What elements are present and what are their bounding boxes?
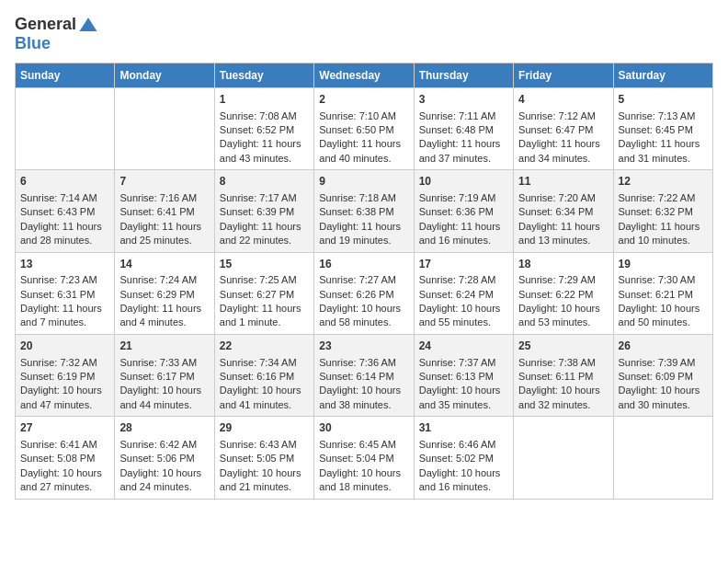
day-info: Sunrise: 7:16 AM <box>119 191 209 205</box>
day-info: Sunset: 6:38 PM <box>319 205 408 219</box>
day-info: Daylight: 11 hours and 34 minutes. <box>518 137 608 166</box>
day-info: Daylight: 11 hours and 16 minutes. <box>419 220 508 248</box>
day-number: 13 <box>20 257 109 272</box>
day-info: Sunset: 6:26 PM <box>319 288 408 302</box>
calendar-cell: 1Sunrise: 7:08 AMSunset: 6:52 PMDaylight… <box>214 87 313 169</box>
day-info: Sunset: 5:02 PM <box>419 452 508 465</box>
day-number: 24 <box>419 339 508 354</box>
calendar-cell: 6Sunrise: 7:14 AMSunset: 6:43 PMDaylight… <box>16 170 115 252</box>
day-info: Sunrise: 7:37 AM <box>419 356 508 370</box>
day-number: 5 <box>619 92 708 108</box>
day-info: Sunset: 6:47 PM <box>518 123 608 137</box>
day-info: Sunrise: 7:13 AM <box>619 109 708 123</box>
calendar-cell: 21Sunrise: 7:33 AMSunset: 6:17 PMDayligh… <box>115 334 214 416</box>
day-info: Daylight: 10 hours and 38 minutes. <box>319 384 408 412</box>
day-info: Sunset: 6:21 PM <box>619 288 708 302</box>
day-info: Daylight: 11 hours and 13 minutes. <box>518 220 608 248</box>
day-info: Daylight: 11 hours and 43 minutes. <box>220 137 309 166</box>
day-number: 21 <box>119 339 209 354</box>
day-info: Daylight: 10 hours and 47 minutes. <box>20 384 109 412</box>
calendar-cell <box>115 87 214 169</box>
day-info: Daylight: 11 hours and 10 minutes. <box>619 220 708 248</box>
day-number: 17 <box>419 257 508 272</box>
day-info: Sunrise: 7:29 AM <box>518 273 608 287</box>
calendar-table: SundayMondayTuesdayWednesdayThursdayFrid… <box>15 63 713 500</box>
day-info: Sunrise: 7:20 AM <box>518 191 608 205</box>
day-info: Daylight: 11 hours and 37 minutes. <box>419 137 508 166</box>
day-number: 27 <box>20 420 109 436</box>
day-info: Daylight: 10 hours and 35 minutes. <box>419 384 508 412</box>
day-number: 31 <box>419 420 508 436</box>
calendar-cell: 12Sunrise: 7:22 AMSunset: 6:32 PMDayligh… <box>613 170 712 252</box>
day-info: Sunrise: 7:17 AM <box>220 191 309 205</box>
day-number: 23 <box>319 339 408 354</box>
day-number: 16 <box>319 257 408 272</box>
calendar-cell: 18Sunrise: 7:29 AMSunset: 6:22 PMDayligh… <box>514 252 613 334</box>
day-info: Sunset: 6:48 PM <box>419 123 508 137</box>
calendar-cell: 28Sunrise: 6:42 AMSunset: 5:06 PMDayligh… <box>115 417 214 499</box>
day-info: Daylight: 10 hours and 58 minutes. <box>319 302 408 330</box>
day-info: Sunrise: 7:25 AM <box>220 273 309 287</box>
day-number: 19 <box>619 257 708 272</box>
day-info: Sunset: 6:34 PM <box>518 205 608 219</box>
day-info: Sunrise: 7:23 AM <box>20 273 109 287</box>
day-number: 4 <box>518 92 608 108</box>
day-info: Sunset: 6:22 PM <box>518 288 608 302</box>
day-info: Sunrise: 7:33 AM <box>119 356 209 370</box>
day-info: Sunset: 6:19 PM <box>20 370 109 384</box>
day-number: 15 <box>220 257 309 272</box>
day-info: Daylight: 11 hours and 22 minutes. <box>220 220 309 248</box>
day-info: Daylight: 10 hours and 16 minutes. <box>419 466 508 495</box>
day-info: Sunrise: 6:42 AM <box>119 438 209 452</box>
day-info: Sunrise: 6:46 AM <box>419 438 508 452</box>
calendar-cell <box>514 417 613 499</box>
day-info: Sunset: 6:31 PM <box>20 288 109 302</box>
day-number: 2 <box>319 92 408 108</box>
day-info: Sunset: 5:04 PM <box>319 452 408 465</box>
calendar-cell: 2Sunrise: 7:10 AMSunset: 6:50 PMDaylight… <box>314 87 414 169</box>
day-info: Sunrise: 7:38 AM <box>518 356 608 370</box>
calendar-cell: 24Sunrise: 7:37 AMSunset: 6:13 PMDayligh… <box>414 334 513 416</box>
day-info: Sunrise: 7:14 AM <box>20 191 109 205</box>
day-info: Sunrise: 7:27 AM <box>319 273 408 287</box>
logo: GeneralBlue <box>15 15 98 53</box>
day-info: Daylight: 11 hours and 4 minutes. <box>119 302 209 330</box>
calendar-cell: 10Sunrise: 7:19 AMSunset: 6:36 PMDayligh… <box>414 170 513 252</box>
day-info: Sunrise: 7:10 AM <box>319 109 408 123</box>
day-info: Sunset: 6:13 PM <box>419 370 508 384</box>
day-info: Daylight: 10 hours and 44 minutes. <box>119 384 209 412</box>
day-info: Daylight: 10 hours and 24 minutes. <box>119 466 209 495</box>
day-number: 6 <box>20 174 109 190</box>
day-info: Sunrise: 6:43 AM <box>220 438 309 452</box>
day-info: Sunrise: 7:28 AM <box>419 273 508 287</box>
day-info: Daylight: 11 hours and 25 minutes. <box>119 220 209 248</box>
day-header-wednesday: Wednesday <box>314 63 414 87</box>
calendar-cell: 5Sunrise: 7:13 AMSunset: 6:45 PMDaylight… <box>613 87 712 169</box>
day-info: Sunrise: 7:34 AM <box>220 356 309 370</box>
calendar-cell: 16Sunrise: 7:27 AMSunset: 6:26 PMDayligh… <box>314 252 414 334</box>
day-info: Sunset: 6:16 PM <box>220 370 309 384</box>
day-info: Sunset: 6:39 PM <box>220 205 309 219</box>
calendar-cell: 25Sunrise: 7:38 AMSunset: 6:11 PMDayligh… <box>514 334 613 416</box>
day-info: Sunrise: 7:36 AM <box>319 356 408 370</box>
day-info: Sunrise: 6:41 AM <box>20 438 109 452</box>
day-info: Sunset: 6:43 PM <box>20 205 109 219</box>
calendar-cell: 3Sunrise: 7:11 AMSunset: 6:48 PMDaylight… <box>414 87 513 169</box>
day-info: Daylight: 11 hours and 28 minutes. <box>20 220 109 248</box>
day-info: Sunset: 5:05 PM <box>220 452 309 465</box>
calendar-cell: 27Sunrise: 6:41 AMSunset: 5:08 PMDayligh… <box>16 417 115 499</box>
calendar-cell: 29Sunrise: 6:43 AMSunset: 5:05 PMDayligh… <box>214 417 313 499</box>
day-number: 7 <box>119 174 209 190</box>
day-number: 8 <box>220 174 309 190</box>
day-header-monday: Monday <box>115 63 214 87</box>
day-info: Sunset: 6:45 PM <box>619 123 708 137</box>
day-number: 12 <box>619 174 708 190</box>
day-info: Sunrise: 7:32 AM <box>20 356 109 370</box>
day-number: 11 <box>518 174 608 190</box>
day-header-saturday: Saturday <box>613 63 712 87</box>
day-number: 26 <box>619 339 708 354</box>
day-number: 22 <box>220 339 309 354</box>
day-number: 20 <box>20 339 109 354</box>
calendar-cell: 23Sunrise: 7:36 AMSunset: 6:14 PMDayligh… <box>314 334 414 416</box>
day-info: Sunset: 6:50 PM <box>319 123 408 137</box>
